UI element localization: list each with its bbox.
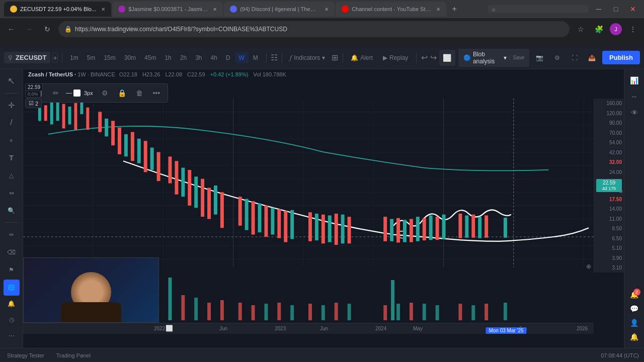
sidebar-measure-tool[interactable]: ⇔ [4,186,20,201]
tab-close-button[interactable]: ✕ [213,7,217,12]
price-11: 11.00 [596,216,622,222]
rs-chat-icon[interactable]: 💬 [627,302,641,316]
new-tab-button[interactable]: + [447,2,461,16]
ohlcv-display: O22.18 H23.26 L22.08 C22.59 +0.42 (+1.89… [119,71,286,77]
reload-button[interactable]: ↻ [40,22,54,36]
blob-analysis-button[interactable]: 🔵 Blob analysis ▾ Save [458,49,529,67]
redo-button[interactable]: ↪ [430,50,437,66]
bookmark-button[interactable]: ☆ [574,22,588,36]
profile-button[interactable]: J [610,23,622,35]
tab-close-button[interactable]: ✕ [436,7,440,12]
symbol-selector[interactable]: ⚲ ZECUSDT [4,52,50,63]
extensions-button[interactable]: 🧩 [592,22,606,36]
toolbar-right: ⬜ 🔵 Blob analysis ▾ Save 📷 ⚙ ⛶ 📤 Publish [439,49,640,67]
sidebar-text-tool[interactable]: T [4,150,20,166]
address-bar[interactable]: 🔒 https://www.tradingview.com/chart/O4l5… [58,21,570,37]
delete-draw-button[interactable]: 🗑 [132,86,146,100]
sidebar-history-tool[interactable]: ◷ [4,312,20,328]
tab-search[interactable]: ⌕ [488,5,589,13]
timeframe-btn-45m[interactable]: 45m [140,52,160,63]
tab-close-button[interactable]: ✕ [101,7,105,12]
rs-person-icon[interactable]: 👤 [627,316,641,330]
right-sidebar: 📊 ↔ 👁 🔔 2 💬 👤 🔔 [624,69,644,348]
bottom-tab-strategy-tester[interactable]: Strategy Tester [5,352,46,358]
timeframe-btn-30m[interactable]: 30m [120,52,140,63]
sidebar-cursor-tool[interactable]: ↖ [4,73,20,89]
draw-color-swatch[interactable] [73,89,80,97]
undo-button[interactable]: ↩ [421,50,428,66]
sidebar-zoom-tool[interactable]: 🔍 [4,203,20,218]
forward-button[interactable]: → [22,22,36,36]
share-button[interactable]: 📤 [585,50,599,66]
sidebar-fib-tool[interactable]: ≡ [4,133,20,148]
bottom-icon-1[interactable]: ⬜ [163,322,175,334]
timeframe-btn-1m[interactable]: 1m [66,52,83,63]
timeframe-btn-2h[interactable]: 2h [176,52,191,63]
svg-rect-57 [252,201,255,235]
publish-button[interactable]: Publish [602,51,640,64]
fullscreen-toggle[interactable]: ⬜ [439,50,455,66]
svg-rect-76 [416,217,420,241]
rs-price-scale-icon[interactable]: 📊 [627,73,641,87]
svg-rect-59 [264,206,268,237]
timeframe-btn-15m[interactable]: 15m [100,52,119,63]
timeframe-btn-3h[interactable]: 3h [191,52,206,63]
blob-save-label[interactable]: Save [510,55,525,60]
rs-compare-icon[interactable]: ↔ [627,89,641,104]
browser-tab-jas[interactable]: $Jasmine $0.0003871 - Jasmin...✕ [112,2,223,17]
tab-close-button[interactable]: ✕ [325,7,329,12]
svg-rect-55 [238,197,242,226]
lock-draw-button[interactable]: 🔒 [115,86,129,100]
sidebar-line-tool[interactable]: / [4,115,20,131]
minimize-button[interactable]: ─ [592,2,606,16]
webcam-face [71,272,111,312]
sidebar-alert-tool[interactable]: 🔔 [4,296,20,312]
sidebar-eraser-tool[interactable]: ⌫ [4,244,20,260]
bottom-tab-trading-panel[interactable]: Trading Panel [54,352,93,358]
settings-draw-button[interactable]: ⚙ [98,86,112,100]
sidebar-more-tool[interactable]: ⋯ [4,328,20,344]
sidebar-pattern-tool[interactable]: △ [4,168,20,184]
browser-tab-disc[interactable]: (94) Discord | #general | TheW...✕ [224,2,335,17]
timeframe-btn-d[interactable]: D [222,52,234,63]
back-button[interactable]: ← [4,22,18,36]
settings-button[interactable]: ⚙ [550,50,565,66]
maximize-button[interactable]: □ [609,2,623,16]
color-thickness-selector[interactable]: — 3px [66,89,95,97]
sidebar-flag-tool[interactable]: ⚑ [4,262,20,278]
svg-rect-44 [150,148,154,170]
pencil-draw-button[interactable]: ✏ [49,86,63,100]
sidebar-crosshair-tool[interactable]: ✛ [4,98,20,113]
browser-tab-yt[interactable]: Channel content - YouTube Stu...✕ [336,2,446,17]
alert-button[interactable]: 🔔 Alert [347,52,377,63]
rs-eye-icon[interactable]: 👁 [627,106,641,120]
sidebar-active-tool[interactable]: 🌐 [4,280,20,296]
timeframe-btn-4h[interactable]: 4h [206,52,221,63]
camera-button[interactable]: 📷 [532,50,547,66]
chart-type-button[interactable]: ☷ [270,50,278,66]
rs-notification-icon[interactable]: 🔔 [627,330,641,344]
timeframe-btn-w[interactable]: W [235,52,249,63]
time-label-jun2022: Jun [219,326,227,331]
menu-button[interactable]: ⋮ [626,22,640,36]
close-button[interactable]: ✕ [626,2,640,16]
more-draw-button[interactable]: ••• [149,86,164,100]
indicators-button[interactable]: 𝑓 Indicators ▾ [286,51,329,64]
timeframe-btn-m[interactable]: M [249,52,262,63]
scale-expand-icon[interactable]: ⊕ [586,263,591,270]
timeframe-btn-5m[interactable]: 5m [83,52,100,63]
sidebar-draw-tool[interactable]: ✏ [4,227,20,242]
timeframe-btn-1h[interactable]: 1h [160,52,175,63]
layer-counter[interactable]: ☑ 2 [25,99,42,108]
svg-rect-63 [290,210,294,239]
fullscreen-button[interactable]: ⛶ [568,50,582,66]
scale-icon[interactable]: ⊕ [619,188,623,195]
add-symbol-button[interactable]: + [52,53,57,63]
notification-badge: 2 [633,289,640,296]
browser-tab-zec[interactable]: ZECUSDT 22.59 +0.04% Blo...✕ [4,2,111,17]
svg-rect-1 [23,99,594,273]
layout-button[interactable]: ⊞ [331,50,339,66]
replay-button[interactable]: ▶ Replay [379,52,412,63]
price-8: 8.50 [596,226,622,231]
rs-alert-icon[interactable]: 🔔 2 [627,288,641,302]
